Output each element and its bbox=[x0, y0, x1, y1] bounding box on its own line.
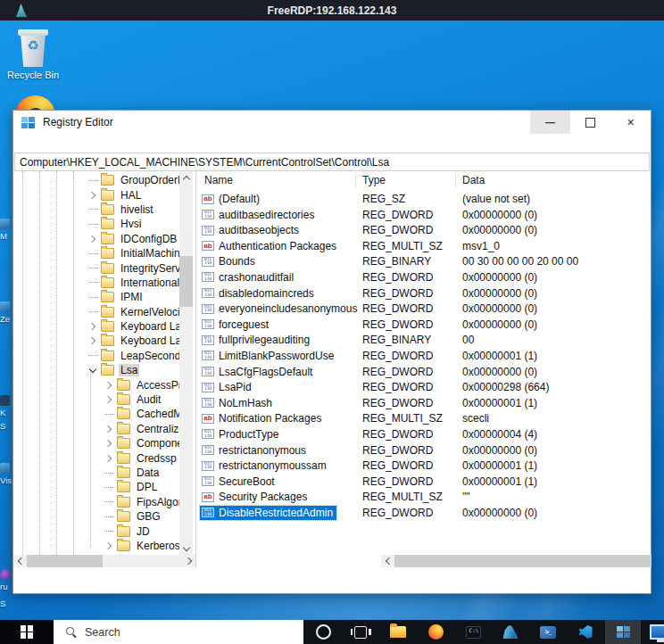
expand-chevron-icon[interactable] bbox=[87, 321, 99, 332]
taskbar-ProductType[interactable]: 011 110 ProductType REG_DWORD 0x00000004… bbox=[197, 427, 652, 443]
tree-item[interactable]: Componen bbox=[13, 436, 179, 450]
tree-item[interactable]: LeapSecondIn bbox=[13, 349, 179, 363]
scroll-left-arrow-icon[interactable] bbox=[13, 555, 27, 567]
column-divider[interactable] bbox=[455, 173, 456, 188]
taskbar-LimitBlankPasswordUse[interactable]: 011 110 LimitBlankPasswordUse REG_DWORD … bbox=[197, 349, 652, 365]
taskbar-cmd[interactable] bbox=[455, 620, 491, 644]
tree-item[interactable]: FipsAlgoritl bbox=[13, 495, 179, 509]
maximize-button[interactable] bbox=[570, 111, 610, 134]
taskbar-restrictanonymous[interactable]: 011 110 restrictanonymous REG_DWORD 0x00… bbox=[197, 443, 652, 459]
tree-item[interactable]: IntegrityServic bbox=[13, 260, 179, 275]
minimize-button[interactable]: — bbox=[530, 111, 570, 134]
expand-chevron-icon[interactable] bbox=[87, 248, 99, 259]
expand-chevron-icon[interactable] bbox=[87, 365, 99, 376]
tree-item[interactable]: Lsa bbox=[13, 363, 179, 377]
taskbar-fullprivilegeauditing[interactable]: 011 110 fullprivilegeauditing REG_BINARY… bbox=[197, 333, 652, 349]
expand-chevron-icon[interactable] bbox=[87, 277, 99, 288]
list-horizontal-scrollbar[interactable] bbox=[381, 555, 652, 567]
tree-item[interactable]: GBG bbox=[13, 509, 179, 524]
tree-item[interactable]: Keyboard Layo bbox=[13, 334, 179, 348]
expand-chevron-icon[interactable] bbox=[103, 497, 115, 508]
taskbar-firefox[interactable] bbox=[418, 620, 453, 644]
desktop-icon-recycle-bin[interactable]: ♻ Recycle Bin bbox=[5, 29, 61, 80]
column-header-name[interactable]: Name bbox=[204, 174, 233, 186]
tree-item[interactable]: CachedMa bbox=[13, 407, 179, 421]
expand-chevron-icon[interactable] bbox=[87, 204, 99, 215]
tree-item[interactable]: Centralized bbox=[13, 422, 179, 436]
taskbar-disabledomaincreds[interactable]: 011 110 disabledomaincreds REG_DWORD 0x0… bbox=[197, 286, 652, 302]
expand-chevron-icon[interactable] bbox=[103, 482, 115, 492]
tree-vertical-scrollbar[interactable] bbox=[179, 171, 193, 555]
expand-chevron-icon[interactable] bbox=[87, 263, 99, 274]
tree-horizontal-scrollbar[interactable] bbox=[13, 555, 195, 567]
expand-chevron-icon[interactable] bbox=[103, 409, 115, 419]
taskbar-regedit[interactable] bbox=[605, 620, 641, 644]
expand-chevron-icon[interactable] bbox=[87, 190, 99, 201]
menu-item[interactable] bbox=[22, 142, 35, 145]
taskbar-auditbasedirectories[interactable]: 011 110 auditbasedirectories REG_DWORD 0… bbox=[197, 208, 652, 224]
tree-item[interactable]: Keyboard Layo bbox=[13, 319, 179, 334]
desktop-icon-partial[interactable]: M bbox=[0, 219, 12, 241]
menu-item[interactable] bbox=[47, 142, 60, 145]
taskbar-NoLmHash[interactable]: 011 110 NoLmHash REG_DWORD 0x00000001 (1… bbox=[197, 396, 652, 412]
tree-item[interactable]: Audit bbox=[13, 392, 179, 407]
tree-item[interactable]: Credssp bbox=[13, 450, 179, 465]
address-bar[interactable]: Computer\HKEY_LOCAL_MACHINE\SYSTEM\Curre… bbox=[14, 153, 650, 171]
desktop-icon-partial[interactable]: Vis bbox=[0, 463, 12, 485]
expand-chevron-icon[interactable] bbox=[103, 424, 115, 434]
tree-item[interactable]: HAL bbox=[13, 187, 179, 202]
tree-item[interactable]: hivelist bbox=[13, 202, 179, 217]
tree-item[interactable]: GroupOrderLis bbox=[13, 173, 179, 187]
taskbar-DisableRestrictedAdmin[interactable]: 011 110 DisableRestrictedAdmin REG_DWORD… bbox=[197, 506, 652, 522]
taskbar-LsaCfgFlagsDefault[interactable]: 011 110 LsaCfgFlagsDefault REG_DWORD 0x0… bbox=[197, 365, 652, 381]
taskbar-powershell[interactable] bbox=[530, 620, 566, 644]
close-button[interactable]: ✕ bbox=[610, 111, 651, 134]
menu-item[interactable] bbox=[35, 142, 47, 145]
taskbar-LsaPid[interactable]: 011 110 LsaPid REG_DWORD 0x00000298 (664… bbox=[197, 380, 652, 396]
taskbar-SecureBoot[interactable]: 011 110 SecureBoot REG_DWORD 0x00000001 … bbox=[197, 475, 652, 491]
expand-chevron-icon[interactable] bbox=[103, 394, 115, 405]
start-button[interactable] bbox=[0, 620, 54, 644]
tree-vscroll-thumb[interactable] bbox=[179, 256, 193, 307]
tree-item[interactable]: International bbox=[13, 276, 179, 290]
taskbar-crashonauditfail[interactable]: 011 110 crashonauditfail REG_DWORD 0x000… bbox=[197, 270, 652, 286]
taskbar-Authentication Packages[interactable]: ab Authentication Packages REG_MULTI_SZ … bbox=[197, 239, 652, 255]
menu-item[interactable] bbox=[60, 142, 72, 145]
taskbar-taskview[interactable] bbox=[343, 620, 378, 644]
expand-chevron-icon[interactable] bbox=[103, 467, 115, 478]
taskbar-everyoneincludesanonymous[interactable]: 011 110 everyoneincludesanonymous REG_DW… bbox=[197, 301, 652, 318]
expand-chevron-icon[interactable] bbox=[87, 219, 99, 229]
desktop-icon-partial[interactable]: S bbox=[0, 421, 12, 431]
taskbar-forceguest[interactable]: 011 110 forceguest REG_DWORD 0x00000000 … bbox=[197, 318, 652, 334]
taskbar-monitor[interactable] bbox=[643, 620, 664, 644]
tree-hscroll-thumb[interactable] bbox=[27, 555, 103, 567]
expand-chevron-icon[interactable] bbox=[103, 438, 115, 449]
window-title-bar[interactable]: Registry Editor — ✕ bbox=[13, 111, 651, 134]
taskbar-restrictanonymoussam[interactable]: 011 110 restrictanonymoussam REG_DWORD 0… bbox=[197, 458, 652, 475]
taskbar-Bounds[interactable]: 011 110 Bounds REG_BINARY 00 30 00 00 00… bbox=[197, 254, 652, 270]
menu-item[interactable] bbox=[72, 142, 85, 145]
expand-chevron-icon[interactable] bbox=[103, 511, 115, 522]
tree-item[interactable]: Kerberos bbox=[13, 539, 179, 553]
taskbar-cortana[interactable] bbox=[305, 620, 341, 644]
scroll-down-arrow-icon[interactable] bbox=[179, 541, 193, 555]
desktop-icon-partial[interactable]: Ze bbox=[0, 301, 12, 324]
tree-item[interactable]: AccessProv bbox=[13, 377, 179, 392]
tree-item[interactable]: DPL bbox=[13, 480, 179, 494]
tree-item[interactable]: KernelVelocity bbox=[13, 305, 179, 319]
taskbar-search-box[interactable]: Search bbox=[54, 620, 303, 644]
tree-item[interactable]: InitialMachine bbox=[13, 246, 179, 260]
taskbar-(Default)[interactable]: ab (Default) REG_SZ (value not set) bbox=[197, 192, 652, 208]
taskbar-vscode[interactable] bbox=[568, 620, 603, 644]
scroll-right-arrow-icon[interactable] bbox=[182, 555, 195, 567]
taskbar-Notification Packages[interactable]: ab Notification Packages REG_MULTI_SZ sc… bbox=[197, 411, 652, 427]
expand-chevron-icon[interactable] bbox=[87, 351, 99, 361]
expand-chevron-icon[interactable] bbox=[87, 175, 99, 186]
column-header-type[interactable]: Type bbox=[362, 174, 386, 186]
column-divider[interactable] bbox=[355, 173, 356, 188]
tree-item[interactable]: Hvsi bbox=[13, 217, 179, 231]
column-header-data[interactable]: Data bbox=[462, 174, 485, 186]
expand-chevron-icon[interactable] bbox=[103, 380, 115, 391]
expand-chevron-icon[interactable] bbox=[103, 453, 115, 464]
expand-chevron-icon[interactable] bbox=[87, 292, 99, 302]
